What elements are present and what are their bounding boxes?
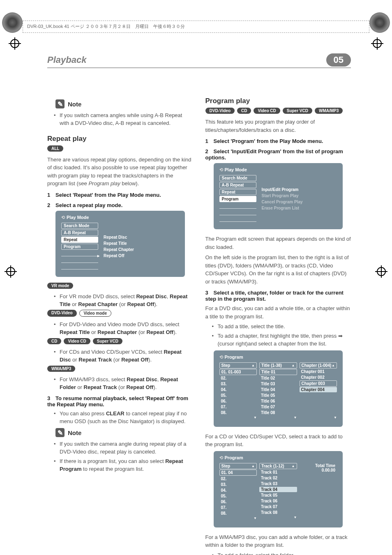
osd-blank-line [219,203,256,209]
crop-corner-icon [2,12,23,33]
wma-text: For WMA/MP3 discs, select Repeat Disc, R… [60,376,193,391]
osd-option: Repeat Disc [101,235,179,240]
crop-corner-icon [369,12,390,33]
osd-cell: Track 07 [259,504,297,509]
osd-title: Play Mode [219,167,337,173]
osd-menu-item: A-B Repeat [219,182,256,188]
osd-menu-item-selected: Program [219,196,256,202]
badge-video-cd: Video CD [64,338,90,344]
program-step-3-desc: For a DVD disc, you can add a whole titl… [205,304,351,320]
osd-cell: 07. [219,505,257,510]
osd-col-header: Step▲ [219,362,257,368]
osd-cell: Chapter 001 [300,369,337,374]
osd-cell: Title 03 [259,381,297,387]
osd-blank-line [219,216,256,222]
badge-dvd-video: DVD-Video [205,108,235,114]
osd-cell: Track 03 [259,481,297,486]
osd-cell: 05. [219,493,257,499]
down-arrow-icon: ▼ [259,516,297,519]
badge-cd: CD [47,338,61,344]
osd-cell: 08. [219,410,257,415]
osd-blank-line [61,257,98,263]
left-column: ✎ Note If you switch camera angles while… [47,97,193,555]
osd-col-header: Title (1-38)▲ [259,362,297,368]
osd-title: Program [219,355,337,360]
osd-cell: 01. 04 [219,470,257,476]
note-block: ✎ Note [55,428,193,437]
up-arrow-icon: ▲ [251,464,255,468]
osd-cell: 06. [219,398,257,404]
osd-cell: 04. [219,387,257,392]
badge-super-vcd: Super VCD [283,108,312,114]
osd-cell: Track 08 [259,510,297,515]
osd-col-header: Track (1-12)▲ [259,463,297,469]
down-arrow-icon: ▼ [219,516,257,520]
note-label: Note [68,429,81,436]
pencil-icon: ✎ [55,99,65,108]
osd-cell: 01. 01-003 [219,369,257,375]
program-edit-desc-2: On the left side is the program list, th… [205,253,351,286]
osd-cell: Track 06 [259,498,297,504]
osd-option: Repeat Chapter [101,247,179,252]
osd-col-header: Step▲ [219,463,257,469]
osd-play-mode-program: Play Mode Search Mode A-B Repeat Repeat … [214,163,343,229]
osd-option-dim: Erase Program List [260,205,337,211]
osd-cell: Chapter 002 [300,375,337,380]
osd-cell: Title 06 [259,398,297,404]
cd-text: For CDs and Video CD/Super VCDs, select … [60,348,193,364]
osd-option: Repeat Title [101,241,179,246]
osd-cell: Track 02 [259,475,297,481]
note-text: If you switch the camera angle during re… [60,440,193,456]
osd-menu-item: Repeat [219,189,256,195]
cd-track-desc: For a CD or Video CD/Super VCD, select a… [205,433,351,449]
osd-cell: 05. [219,393,257,398]
badge-all: ALL [47,145,63,152]
down-arrow-icon: ▼ [259,416,297,419]
osd-cell: Chapter 003 [300,380,337,387]
osd-cell: Title 04 [259,387,297,392]
osd-menu-item: Program [61,244,98,250]
repeat-step-1: 1Select 'Repeat' from the Play Mode menu… [47,192,193,198]
osd-menu-item: Search Mode [61,223,98,229]
osd-blank-line [61,264,98,269]
osd-cell: Track 01 [259,470,297,475]
osd-menu-item-selected: Repeat [61,237,98,243]
osd-col-header: Chapter (1-004)▲ [300,362,337,368]
osd-cell: Title 05 [259,393,297,398]
osd-cell: 02. [219,476,257,481]
osd-cell: 02. [219,375,257,381]
up-arrow-icon: ▲ [251,364,255,367]
osd-cell: Title 02 [259,375,297,381]
osd-cell: Title 01 [259,369,297,375]
note-block: ✎ Note [55,99,193,108]
osd-cell: 03. [219,381,257,387]
resume-text: You can also press CLEAR to cancel repea… [60,410,193,426]
add-title-text: To add a title, select the title. [218,323,351,331]
down-arrow-icon: ▼ [300,416,337,419]
note-text: If you switch camera angles while using … [60,112,193,127]
osd-option-dim: Start Program Play [260,193,337,198]
badge-vr-mode: VR mode [47,283,73,289]
right-column: Program play DVD-Video CD Video CD Super… [205,97,351,555]
osd-total-time: Total Time 0.00.00 [300,463,337,473]
badge-video-mode: Video mode [79,310,112,317]
repeat-step-2: 2Select a repeat play mode. [47,202,193,208]
vr-mode-text: For VR mode DVD discs, select Repeat Dis… [60,293,193,309]
osd-menu-item: A-B Repeat [61,230,98,236]
program-intro: This feature lets you program the play o… [205,118,351,134]
program-step-3: 3Select a title, chapter, folder or trac… [205,290,351,302]
osd-option-dim: Cancel Program Play [260,199,337,205]
repeat-step-3: 3To resume normal playback, select 'Repe… [47,395,193,408]
registration-mark-icon [377,267,386,276]
osd-menu-item: Search Mode [219,175,256,181]
chapter-number-badge: 05 [326,53,351,67]
up-arrow-icon: ▲ [292,464,295,468]
program-play-heading: Program play [205,97,351,105]
osd-option-cursor: Repeat Off [101,253,179,258]
wma-folder-desc: For a WMA/MP3 disc, you can add a whole … [205,533,351,549]
osd-cell: Track 05 [259,493,297,498]
badge-cd: CD [237,108,251,114]
page-content: Playback 05 ✎ Note If you switch camera … [0,0,392,555]
osd-program-dvd: Program Step▲ 01. 01-003 02. 03. 04. 05.… [214,350,343,427]
program-edit-desc-1: The Program edit screen that appears dep… [205,235,351,251]
